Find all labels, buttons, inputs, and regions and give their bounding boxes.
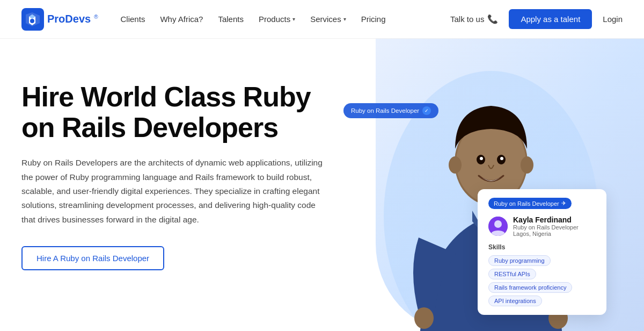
profile-header: Kayla Ferdinand Ruby on Rails Developer … — [488, 215, 596, 237]
profile-info: Kayla Ferdinand Ruby on Rails Developer … — [513, 215, 579, 237]
nav-talents[interactable]: Talents — [213, 11, 249, 27]
svg-point-10 — [449, 156, 462, 174]
svg-point-12 — [414, 307, 434, 329]
skills-tags: Ruby programming RESTful APIs Rails fram… — [488, 255, 596, 306]
hero-right: Ruby on Rails Developer ✓ — [333, 71, 623, 331]
nav-links: Clients Why Africa? Talents Products ▾ S… — [115, 11, 391, 27]
svg-point-9 — [500, 157, 503, 160]
svg-point-1 — [30, 19, 34, 23]
nav-left: ProDevs ® Clients Why Africa? Talents Pr… — [21, 8, 391, 31]
skill-tag-2: Rails framework proficiency — [488, 282, 572, 293]
svg-point-11 — [521, 156, 533, 174]
brand-name: ProDevs — [47, 13, 91, 25]
nav-why-africa[interactable]: Why Africa? — [155, 11, 208, 27]
logo[interactable]: ProDevs ® — [21, 8, 98, 31]
brand-tag: ® — [94, 14, 98, 20]
nav-right: Talk to us 📞 Apply as a talent Login — [450, 9, 623, 29]
skills-label: Skills — [488, 243, 596, 251]
phone-icon: 📞 — [487, 14, 498, 24]
login-button[interactable]: Login — [603, 15, 623, 24]
verified-icon: ✓ — [422, 106, 431, 115]
products-chevron-icon: ▾ — [292, 16, 295, 22]
main-navigation: ProDevs ® Clients Why Africa? Talents Pr… — [0, 0, 644, 39]
hero-description: Ruby on Rails Developers are the archite… — [21, 156, 327, 227]
floating-role-badge: Ruby on Rails Developer ✓ — [343, 103, 438, 118]
svg-point-8 — [480, 157, 483, 160]
skill-tag-0: Ruby programming — [488, 255, 551, 266]
hero-section: Hire World Class Ruby on Rails Developer… — [0, 39, 644, 331]
nav-clients[interactable]: Clients — [115, 11, 151, 27]
profile-card: Ruby on Rails Developer ✈ Kayla Ferdinan… — [478, 189, 606, 315]
hero-title: Hire World Class Ruby on Rails Developer… — [21, 82, 333, 143]
profile-badge-label: Ruby on Rails Developer — [494, 200, 559, 207]
services-chevron-icon: ▾ — [343, 16, 346, 22]
hero-content: Hire World Class Ruby on Rails Developer… — [21, 71, 333, 270]
nav-products[interactable]: Products ▾ — [253, 11, 301, 27]
skill-tag-1: RESTful APIs — [488, 269, 536, 279]
hire-cta-button[interactable]: Hire A Ruby on Rails Developer — [21, 246, 164, 270]
apply-as-talent-button[interactable]: Apply as a talent — [509, 9, 592, 29]
svg-point-15 — [494, 220, 502, 228]
nav-pricing[interactable]: Pricing — [356, 11, 391, 27]
profile-location: Lagos, Nigeria — [513, 231, 579, 237]
profile-role-badge: Ruby on Rails Developer ✈ — [488, 198, 572, 209]
badge-icon: ✈ — [561, 200, 566, 207]
avatar — [488, 217, 508, 236]
floating-badge-label: Ruby on Rails Developer — [351, 107, 419, 114]
nav-services[interactable]: Services ▾ — [305, 11, 352, 27]
talk-to-us-link[interactable]: Talk to us 📞 — [450, 14, 498, 24]
profile-name: Kayla Ferdinand — [513, 215, 579, 224]
skill-tag-3: API integrations — [488, 296, 542, 306]
profile-role: Ruby on Rails Developer — [513, 224, 579, 231]
talk-to-us-label: Talk to us — [450, 15, 484, 24]
